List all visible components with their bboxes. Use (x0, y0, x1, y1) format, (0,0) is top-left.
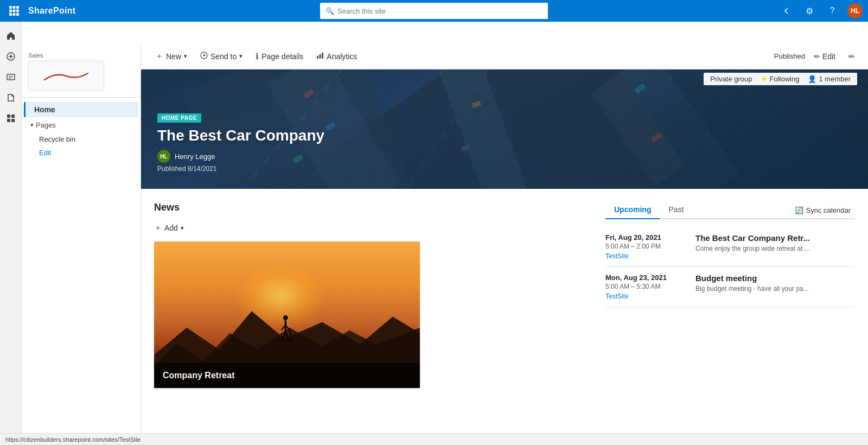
files-icon[interactable] (2, 89, 20, 106)
waffle-icon[interactable] (5, 2, 23, 20)
avatar[interactable]: HL (847, 3, 863, 18)
following-button[interactable]: ★ Following (761, 75, 800, 83)
sales-label: Sales (28, 52, 134, 59)
svg-line-43 (286, 332, 289, 341)
hiker-svg (279, 315, 292, 344)
add-chevron-icon: ▾ (181, 225, 184, 232)
analytics-icon (316, 52, 324, 61)
new-button[interactable]: ＋ New ▾ (150, 48, 193, 64)
page-body: News ＋ Add ▾ (141, 189, 868, 388)
members-link[interactable]: 👤 1 member (808, 75, 851, 83)
svg-rect-22 (322, 53, 323, 59)
svg-rect-18 (11, 119, 15, 122)
page-details-button[interactable]: ℹ Page details (250, 49, 309, 64)
new-label: New (166, 52, 181, 61)
event-title-2[interactable]: Budget meeting (695, 274, 855, 283)
search-icon: 🔍 (326, 7, 334, 15)
following-label: Following (770, 75, 800, 83)
send-icon (200, 52, 208, 61)
svg-rect-0 (9, 6, 12, 9)
event-time-1: 5:00 AM – 2:00 PM (605, 243, 687, 250)
event-desc-2: Big budget meeting - have all your pa... (695, 285, 855, 293)
hero-section: HOME PAGE The Best Car Company HL Henry … (141, 69, 868, 189)
sync-label: Sync calendar (806, 206, 851, 214)
nav-recycle-bin[interactable]: Recycle bin (22, 132, 141, 146)
settings-icon[interactable]: ⚙ (802, 3, 817, 18)
news-title: News (154, 202, 592, 213)
event-title-1[interactable]: The Best Car Company Retr... (695, 233, 855, 243)
app-name: SharePoint (28, 6, 75, 16)
news-card-footer: Company Retreat (154, 363, 420, 388)
create-icon[interactable] (2, 48, 20, 65)
svg-point-38 (283, 315, 288, 320)
sync-icon: 🔄 (795, 206, 803, 214)
edit-button[interactable]: ✏ Edit (809, 50, 840, 63)
search-input[interactable] (320, 3, 548, 19)
home-rail-icon[interactable] (2, 27, 20, 44)
content-area: Private group ★ Following 👤 1 member ＋ N… (141, 43, 868, 445)
event-item-1: Fri, Aug 20, 2021 5:00 AM – 2:00 PM Test… (605, 227, 855, 267)
analytics-button[interactable]: Analytics (311, 49, 362, 63)
hero-badge: HOME PAGE (157, 113, 201, 123)
event-site-2[interactable]: TestSite (605, 293, 687, 300)
edit-icon-button[interactable]: ✏ (844, 50, 859, 63)
tab-upcoming[interactable]: Upcoming (605, 202, 660, 219)
nav-pages-section[interactable]: ▾ Pages (22, 118, 141, 132)
hero-content: HOME PAGE The Best Car Company HL Henry … (157, 113, 324, 173)
chevron-down-icon: ▾ (30, 122, 34, 129)
nav-home[interactable]: Home (24, 102, 138, 117)
page-details-label: Page details (261, 52, 303, 61)
hero-author-avatar: HL (157, 150, 170, 163)
star-icon: ★ (761, 75, 768, 83)
event-date-1: Fri, Aug 20, 2021 (605, 233, 687, 241)
svg-rect-4 (13, 10, 16, 12)
events-tabs: Upcoming Past 🔄 Sync calendar (605, 202, 855, 219)
svg-line-42 (282, 332, 285, 341)
event-site-1[interactable]: TestSite (605, 252, 687, 260)
add-news-button[interactable]: ＋ Add ▾ (154, 221, 184, 235)
sync-calendar-button[interactable]: 🔄 Sync calendar (790, 204, 855, 217)
sales-card: Sales (22, 48, 141, 98)
svg-rect-17 (7, 119, 10, 122)
news-section: News ＋ Add ▾ (154, 202, 592, 388)
info-icon: ℹ (256, 52, 259, 61)
hero-title: The Best Car Company (157, 127, 324, 144)
command-bar: ＋ New ▾ Send to ▾ ℹ Page details Analyti… (141, 43, 868, 69)
topbar-right: ⚙ ? HL (779, 3, 863, 18)
help-icon[interactable]: ? (825, 3, 840, 18)
hero-author-name: Henry Legge (175, 152, 215, 161)
topbar: SharePoint 🔍 ⚙ ? HL (0, 0, 868, 22)
sales-logo[interactable] (28, 61, 104, 91)
add-label: Add (164, 224, 178, 232)
send-to-chevron-icon: ▾ (239, 53, 242, 60)
svg-rect-20 (317, 56, 318, 59)
event-date-2: Mon, Aug 23, 2021 (605, 274, 687, 282)
send-to-button[interactable]: Send to ▾ (195, 49, 248, 63)
event-item-2: Mon, Aug 23, 2021 5:00 AM – 5:30 AM Test… (605, 267, 855, 307)
svg-rect-2 (16, 6, 19, 9)
analytics-label: Analytics (327, 52, 357, 61)
tab-past[interactable]: Past (660, 202, 692, 219)
event-info-col-2: Budget meeting Big budget meeting - have… (695, 274, 855, 300)
person-icon: 👤 (808, 75, 816, 83)
sites-icon[interactable] (2, 110, 20, 127)
svg-rect-12 (7, 74, 15, 80)
back-icon[interactable] (779, 3, 794, 18)
nav-edit-link[interactable]: Edit (22, 146, 141, 160)
status-url: https://citizenbuilders.sharepoint.com/s… (5, 436, 141, 443)
svg-rect-15 (7, 115, 10, 118)
left-rail (0, 22, 22, 445)
published-status: Published (774, 52, 805, 60)
activity-icon[interactable] (2, 68, 20, 86)
svg-rect-21 (320, 54, 321, 59)
edit-label: Edit (822, 52, 835, 61)
news-card-title: Company Retreat (163, 371, 411, 380)
svg-rect-7 (13, 13, 16, 16)
event-date-col-1: Fri, Aug 20, 2021 5:00 AM – 2:00 PM Test… (605, 233, 687, 260)
news-card[interactable]: Company Retreat (154, 241, 420, 388)
site-meta-bar: Private group ★ Following 👤 1 member (704, 73, 857, 85)
new-chevron-icon: ▾ (184, 53, 187, 60)
edit-pencil-icon: ✏ (814, 52, 820, 61)
plus-icon: ＋ (154, 223, 162, 233)
event-desc-1: Come enjoy the group wide retreat at ... (695, 245, 855, 252)
